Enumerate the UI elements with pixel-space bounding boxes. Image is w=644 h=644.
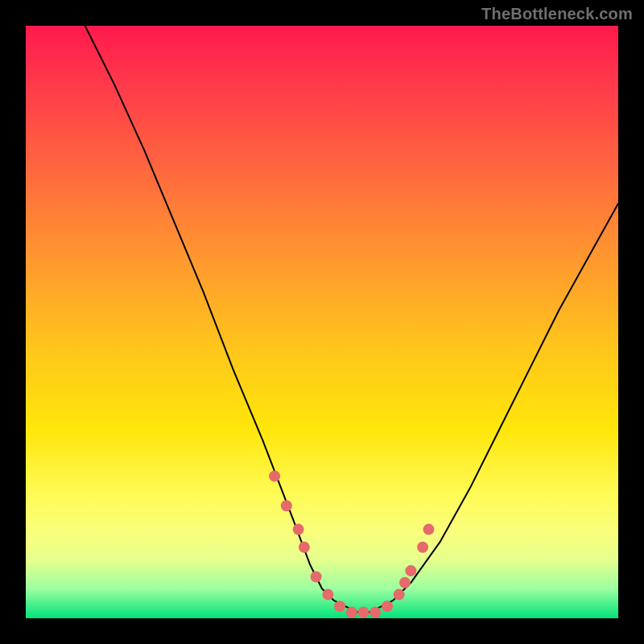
marker-group bbox=[269, 470, 434, 617]
marker-dot bbox=[394, 589, 405, 601]
marker-dot bbox=[299, 542, 310, 553]
marker-dot bbox=[311, 572, 322, 583]
marker-dot bbox=[423, 524, 435, 535]
bottleneck-curve bbox=[85, 26, 618, 613]
marker-dot bbox=[382, 601, 393, 612]
marker-dot bbox=[293, 524, 304, 535]
marker-dot bbox=[346, 607, 357, 618]
marker-dot bbox=[399, 577, 411, 588]
marker-dot bbox=[269, 470, 280, 481]
marker-dot bbox=[369, 607, 381, 618]
marker-dot bbox=[358, 607, 369, 618]
watermark-text: TheBottleneck.com bbox=[481, 5, 633, 23]
chart-plot-area bbox=[26, 26, 618, 618]
marker-dot bbox=[322, 589, 333, 601]
marker-dot bbox=[417, 542, 428, 553]
chart-svg bbox=[26, 26, 618, 618]
marker-dot bbox=[334, 601, 345, 612]
marker-dot bbox=[405, 565, 416, 576]
marker-dot bbox=[281, 500, 292, 511]
